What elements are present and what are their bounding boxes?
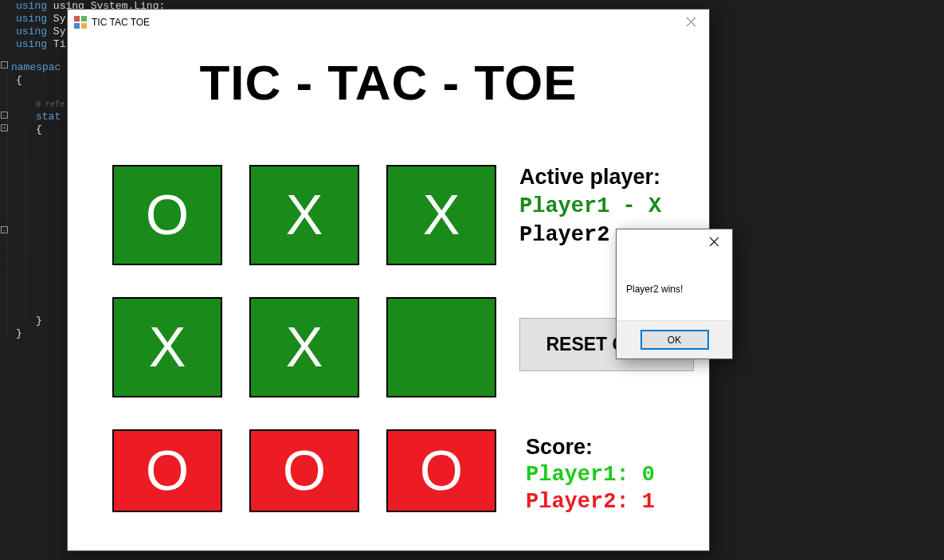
game-window: TIC TAC TOE TIC - TAC - TOE O X X X X O …	[67, 9, 710, 551]
cell-mark: O	[420, 439, 463, 503]
score-panel: Score: Player1: 0 Player2: 1	[526, 435, 655, 514]
app-icon	[74, 16, 87, 29]
dialog-message: Player2 wins!	[626, 284, 683, 295]
code-codelens: 0 refe	[36, 99, 65, 112]
player1-label: Player1 - X	[519, 194, 703, 218]
score-player2: Player2: 1	[526, 490, 655, 514]
dialog-ok-button[interactable]: OK	[640, 330, 709, 350]
cell-1-0[interactable]: X	[112, 297, 222, 397]
indent-guide	[25, 126, 26, 317]
cell-2-2[interactable]: O	[386, 429, 496, 512]
window-title: TIC TAC TOE	[92, 17, 150, 28]
cell-1-2[interactable]	[386, 297, 496, 397]
cell-mark: X	[149, 315, 186, 379]
message-dialog: Player2 wins! OK	[616, 229, 733, 359]
code-line: }	[36, 315, 42, 327]
cell-mark: O	[146, 183, 189, 247]
cell-2-1[interactable]: O	[249, 429, 359, 512]
code-line: using Ti	[16, 38, 65, 51]
fold-toggle[interactable]: -	[1, 61, 8, 69]
indent-guide	[6, 72, 7, 335]
code-line: using Sy	[16, 13, 65, 25]
close-icon	[710, 237, 719, 246]
dialog-footer: OK	[617, 320, 732, 358]
cell-mark: X	[286, 315, 323, 379]
window-close-button[interactable]	[672, 10, 709, 34]
cell-mark: O	[283, 439, 326, 503]
window-client-area: TIC - TAC - TOE O X X X X O O O Active p…	[68, 34, 709, 550]
cell-mark: X	[423, 183, 460, 247]
close-icon	[687, 18, 695, 26]
game-title: TIC - TAC - TOE	[68, 54, 709, 111]
dialog-close-button[interactable]	[696, 229, 732, 253]
cell-2-0[interactable]: O	[112, 429, 222, 512]
code-line: {	[16, 74, 22, 87]
score-label: Score:	[526, 435, 655, 460]
cell-0-1[interactable]: X	[249, 165, 359, 265]
cell-mark: O	[146, 439, 189, 503]
code-line: }	[16, 327, 22, 340]
code-line: stat	[36, 111, 61, 123]
ok-button-label: OK	[668, 335, 681, 346]
code-line: {	[36, 123, 42, 136]
code-line: using Sy	[16, 25, 65, 38]
cell-0-2[interactable]: X	[386, 165, 496, 265]
score-player1: Player1: 0	[526, 463, 655, 487]
active-player-label: Active player:	[519, 165, 703, 190]
code-line: namespac	[11, 61, 61, 74]
dialog-titlebar[interactable]	[617, 229, 732, 253]
cell-1-1[interactable]: X	[249, 297, 359, 397]
cell-0-0[interactable]: O	[112, 165, 222, 265]
window-titlebar[interactable]: TIC TAC TOE	[68, 10, 709, 34]
cell-mark: X	[286, 183, 323, 247]
